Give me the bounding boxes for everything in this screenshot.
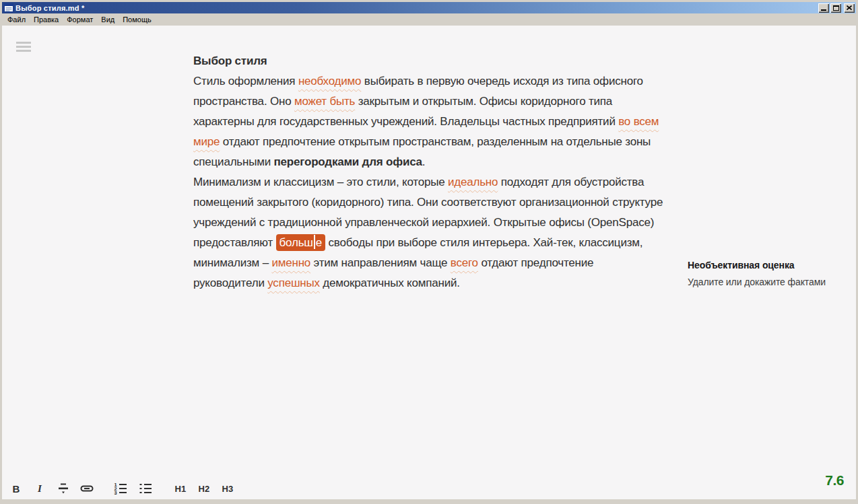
title-bar: Выбор стиля.md * — [2, 2, 856, 13]
body-text: . — [422, 155, 426, 168]
bold-text: Выбор стиля — [193, 55, 267, 67]
h3-button[interactable]: H3 — [218, 480, 237, 497]
text-caret — [314, 235, 315, 249]
editor-text[interactable]: Выбор стиляСтиль оформления необходимо в… — [193, 51, 663, 293]
minimize-button[interactable] — [818, 3, 829, 13]
paragraph: Выбор стиля — [193, 51, 663, 71]
flagged-word[interactable]: успешных — [267, 277, 320, 289]
window-controls — [818, 3, 855, 13]
bold-button[interactable]: B — [8, 480, 24, 497]
unordered-list-button[interactable] — [137, 480, 154, 497]
menu-bar: ФайлПравкаФорматВидПомощь — [2, 13, 856, 26]
menu-item-3[interactable]: Вид — [97, 14, 119, 25]
paragraph: Минимализм и классицизм – это стили, кот… — [193, 172, 663, 293]
close-button[interactable] — [844, 3, 855, 13]
bold-text: перегородками для офиса — [274, 155, 422, 168]
flagged-word[interactable]: идеально — [448, 176, 498, 188]
editor-content-area: Выбор стиляСтиль оформления необходимо в… — [2, 26, 856, 499]
selected-word[interactable]: больше — [276, 234, 326, 251]
suggestion-title: Необъективная оценка — [688, 260, 853, 271]
flagged-word[interactable]: всего — [451, 256, 478, 269]
flagged-word[interactable]: именно — [271, 256, 310, 269]
strikethrough-button[interactable] — [55, 480, 71, 497]
hamburger-menu-icon[interactable] — [16, 42, 31, 52]
body-text: Стиль оформления — [193, 75, 298, 87]
ordered-list-button[interactable]: 1 2 3 — [112, 480, 129, 497]
app-window: Выбор стиля.md * ФайлПравкаФорматВидПомо… — [0, 0, 858, 504]
close-icon — [847, 5, 852, 10]
italic-button[interactable]: I — [32, 480, 48, 497]
menu-item-2[interactable]: Формат — [63, 14, 97, 25]
maximize-button[interactable] — [830, 3, 841, 13]
readability-score[interactable]: 7.6 — [825, 472, 844, 489]
menu-item-1[interactable]: Правка — [30, 14, 63, 25]
window-title: Выбор стиля.md * — [15, 4, 84, 12]
strikethrough-icon — [56, 481, 71, 496]
menu-item-4[interactable]: Помощь — [119, 14, 156, 25]
flagged-word[interactable]: может быть — [294, 95, 355, 108]
body-text: этим направлениям чаще — [310, 256, 451, 269]
maximize-icon — [833, 5, 839, 11]
unordered-list-icon — [138, 481, 153, 496]
app-icon — [4, 3, 13, 12]
svg-text:3: 3 — [114, 490, 117, 496]
format-toolbar: B I 1 2 3 — [8, 480, 237, 497]
h2-button[interactable]: H2 — [195, 480, 213, 497]
link-icon — [79, 481, 94, 496]
suggestion-card[interactable]: Необъективная оценка Удалите или докажит… — [688, 260, 853, 287]
body-text: Минимализм и классицизм – это стили, кот… — [193, 176, 448, 188]
paragraph: Стиль оформления необходимо выбирать в п… — [193, 71, 663, 172]
ordered-list-icon: 1 2 3 — [113, 481, 128, 496]
minimize-icon — [821, 9, 826, 11]
h1-button[interactable]: H1 — [171, 480, 190, 497]
menu-item-0[interactable]: Файл — [3, 14, 30, 25]
link-button[interactable] — [79, 480, 95, 497]
suggestion-subtitle: Удалите или докажите фактами — [688, 277, 853, 287]
flagged-word[interactable]: необходимо — [298, 75, 361, 87]
body-text: демократичных компаний. — [320, 277, 460, 289]
